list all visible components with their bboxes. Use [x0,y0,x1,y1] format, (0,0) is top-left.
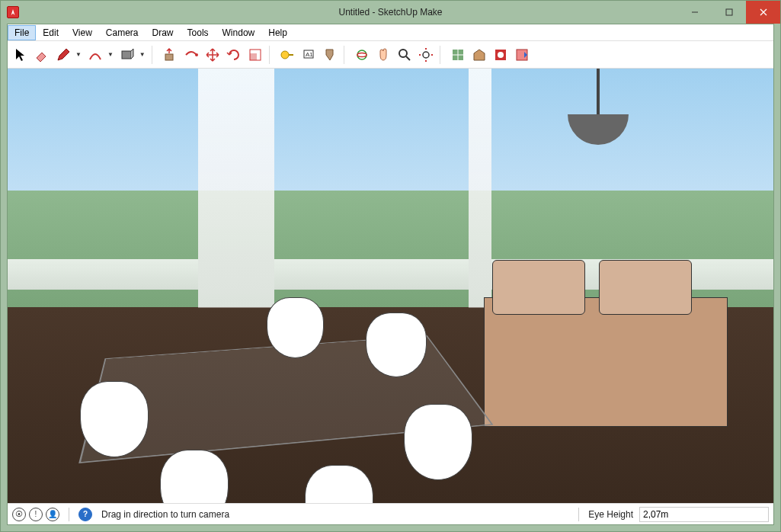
zoom-icon [397,47,412,62]
title-bar: Untitled - SketchUp Make [1,1,780,24]
svg-point-14 [399,50,407,57]
status-hint: Drag in direction to turn camera [101,509,569,520]
scale-icon [248,47,263,62]
toolbar-separator [344,46,348,64]
scene-chair [160,450,229,503]
geo-status-icon[interactable]: ⦿ [12,508,26,521]
menu-draw[interactable]: Draw [146,25,181,40]
svg-point-9 [281,51,289,59]
arcs-tool-dropdown[interactable]: ▼ [105,51,116,58]
move-tool-group [203,45,222,65]
toolbar-separator [440,46,444,64]
eraser-tool[interactable] [32,45,52,65]
menu-window[interactable]: Window [216,25,262,40]
scale-tool[interactable] [245,45,265,65]
pushpull-icon [162,47,178,62]
menu-file[interactable]: File [8,25,36,40]
svg-point-16 [423,52,429,58]
arcs-tool-group: ▼ [85,45,116,65]
shapes-tool[interactable] [117,45,137,65]
text-tool-group: A1 [299,45,318,65]
zoomext-icon [418,47,434,62]
scene-table [78,335,493,463]
layout-tool-group [512,45,532,65]
menu-help[interactable]: Help [261,25,294,40]
warehouse-tool[interactable] [469,45,489,65]
viewport-3d[interactable] [8,69,773,503]
menu-view[interactable]: View [66,25,99,40]
scene-chair [267,297,324,358]
geolocation-tool-group [448,45,468,65]
move-tool[interactable] [203,45,222,65]
signin-icon[interactable]: 👤 [46,508,59,521]
paint-icon [322,47,338,62]
menu-camera[interactable]: Camera [99,25,146,40]
layout-icon [514,47,530,62]
scene-chair [305,465,373,503]
pencil-icon [56,47,71,62]
menu-edit[interactable]: Edit [36,25,66,40]
pushpull-tool[interactable] [160,45,180,65]
geolocation-tool[interactable] [448,45,468,65]
eraser-icon [34,47,50,62]
cursor-icon [13,47,28,62]
menu-tools[interactable]: Tools [181,25,216,40]
zoom-tool[interactable] [395,45,415,65]
shapes-tool-dropdown[interactable]: ▼ [137,51,148,58]
tape-tool-group [277,45,297,65]
app-window: Untitled - SketchUp Make FileEditViewCam… [0,0,781,532]
eye-height-input[interactable] [639,507,769,522]
svg-rect-4 [122,51,131,59]
lines-tool-group: ▼ [53,45,84,65]
lines-tool-dropdown[interactable]: ▼ [73,51,84,58]
warehouse-icon [472,47,487,62]
pan-icon [376,47,391,62]
toolbar-separator [269,46,274,64]
arcs-tool[interactable] [85,45,105,65]
zoomextents-tool[interactable] [416,45,436,65]
extensions-tool[interactable] [491,45,511,65]
rotate-icon [226,47,242,62]
shapes-tool-group: ▼ [117,45,148,65]
text-tool[interactable]: A1 [299,45,318,65]
toolbar-separator [152,46,156,64]
layout-tool[interactable] [512,45,532,65]
svg-point-19 [498,52,504,58]
svg-rect-5 [165,54,173,60]
followme-tool[interactable] [181,45,201,65]
help-icon[interactable]: ? [78,508,92,521]
select-tool-group [11,45,30,65]
rectangle-icon [120,47,135,62]
pan-tool[interactable] [373,45,393,65]
svg-point-12 [357,50,366,59]
lines-tool[interactable] [53,45,73,65]
scene-sofa [484,297,728,427]
scene-chair [80,381,149,457]
tape-tool[interactable] [277,45,297,65]
paint-tool[interactable] [320,45,340,65]
credits-icon[interactable]: ! [29,508,43,521]
svg-line-15 [406,56,410,60]
status-divider [578,508,579,521]
scene-chair [404,404,472,480]
svg-point-6 [195,53,198,56]
followme-tool-group [181,45,201,65]
scene-lamp [568,114,629,145]
select-tool[interactable] [11,45,30,65]
svg-text:A1: A1 [306,51,313,58]
warehouse-tool-group [469,45,489,65]
extensions-tool-group [491,45,511,65]
rotate-tool[interactable] [224,45,244,65]
geo-icon [450,47,466,62]
tape-icon [280,47,295,62]
eye-height-label: Eye Height [588,509,633,520]
arc-icon [88,47,103,62]
pushpull-tool-group [160,45,180,65]
orbit-tool[interactable] [352,45,372,65]
paint-tool-group [320,45,340,65]
ext-icon [493,47,508,62]
zoom-tool-group [395,45,415,65]
text-icon: A1 [301,47,316,62]
orbit-tool-group [352,45,372,65]
inner-frame: FileEditViewCameraDrawToolsWindowHelp ▼▼… [7,24,774,525]
